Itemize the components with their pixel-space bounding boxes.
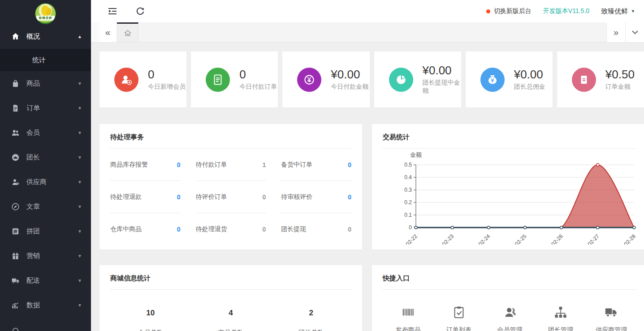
switch-new-admin-link[interactable]: 切换新版后台 bbox=[486, 7, 532, 15]
tab-options-icon[interactable] bbox=[625, 22, 644, 42]
leader-crown-icon bbox=[11, 153, 20, 162]
sidebar-item-marketing[interactable]: 营销 ▼ bbox=[0, 244, 91, 268]
svg-text:02-23: 02-23 bbox=[441, 233, 455, 245]
sidebar-item-label: 配送 bbox=[26, 276, 40, 285]
user-plus-icon bbox=[114, 68, 138, 92]
pending-value-link[interactable]: 0 bbox=[263, 193, 266, 201]
transactions-chart: 00.10.20.30.40.5金额02-2202-2302-2402-2502… bbox=[383, 150, 637, 245]
mall-stats: 10 会员总数 4 商品总数 2 团长总数 bbox=[110, 309, 351, 331]
caret-down-icon: ▼ bbox=[78, 106, 82, 111]
sidebar-item-label: 商品 bbox=[26, 79, 40, 88]
account-menu[interactable]: 致臻优鲜 ▼ bbox=[601, 7, 635, 16]
sidebar-item-data[interactable]: 数据 ▼ bbox=[0, 293, 91, 318]
panel-row-1: 待处理事务 商品库存报警0 待付款订单1 备货中订单0 待处理退款0 待评价订单… bbox=[99, 124, 644, 249]
stat-value: 0 bbox=[148, 68, 186, 81]
topbar: 切换新版后台 开发版本V11.5.0 致臻优鲜 ▼ bbox=[91, 0, 644, 22]
pending-item-preparing-orders: 备货中订单0 bbox=[281, 149, 351, 181]
caret-down-icon: ▼ bbox=[631, 9, 635, 13]
delivery-truck-icon bbox=[11, 276, 20, 285]
home-tab[interactable] bbox=[117, 22, 138, 42]
quick-entry-supplier-manage[interactable]: 供应商管理 bbox=[586, 305, 637, 331]
notice-dot-icon bbox=[486, 9, 490, 13]
collapse-sidebar-icon[interactable] bbox=[107, 6, 118, 16]
home-tab-icon bbox=[124, 29, 132, 37]
pending-value-link[interactable]: 0 bbox=[177, 161, 181, 168]
quick-entry-order-list[interactable]: 订单列表 bbox=[433, 305, 484, 331]
stat-card-new-members[interactable]: 0 今日新增会员 bbox=[99, 52, 186, 107]
pending-value-link[interactable]: 0 bbox=[263, 226, 266, 233]
stat-card-leader-commission[interactable]: ¥0.00 团长总佣金 bbox=[466, 52, 553, 107]
area-chart: 00.10.20.30.40.5金额02-2202-2302-2402-2502… bbox=[383, 150, 637, 245]
stat-label: 团长提现中金额 bbox=[423, 79, 461, 95]
sidebar-menu: 概况 ▲ 统计 商品 ▼ 订单 ▼ 会员 ▼ bbox=[0, 24, 91, 331]
switch-new-admin-label: 切换新版后台 bbox=[494, 7, 532, 15]
app-logo[interactable]: 致臻优鲜 bbox=[0, 0, 91, 24]
tabbar: « » bbox=[91, 22, 644, 43]
sidebar-item-orders[interactable]: 订单 ▼ bbox=[0, 96, 91, 120]
caret-down-icon: ▼ bbox=[78, 278, 82, 283]
stat-value: ¥0.00 bbox=[514, 68, 545, 81]
stat-card-paid-amount[interactable]: ¥0.00 今日付款金额 bbox=[282, 52, 369, 107]
svg-text:0.3: 0.3 bbox=[404, 187, 412, 193]
sidebar-item-leader[interactable]: 团长 ▼ bbox=[0, 145, 91, 170]
pending-value-link[interactable]: 0 bbox=[348, 161, 351, 168]
pending-item-audit-reviews: 待审核评价0 bbox=[281, 181, 351, 213]
pending-item-returns: 待处理退货0 bbox=[196, 213, 266, 245]
stat-label: 订单金额 bbox=[605, 83, 635, 91]
stat-card-paid-orders[interactable]: 0 今日付款订单 bbox=[191, 52, 278, 107]
yen-coin-icon bbox=[297, 68, 321, 92]
tabbar-spacer bbox=[138, 22, 606, 42]
pending-value-link[interactable]: 1 bbox=[263, 161, 266, 168]
pending-item-refunds: 待处理退款0 bbox=[110, 181, 181, 213]
pending-value-link[interactable]: 0 bbox=[348, 226, 351, 233]
divider bbox=[110, 289, 351, 290]
mall-stats-panel: 商城信息统计 10 会员总数 4 商品总数 2 团长总数 bbox=[99, 265, 362, 331]
panel-title: 待处理事务 bbox=[110, 133, 351, 142]
members-icon bbox=[11, 129, 20, 137]
quick-entry-leader-manage[interactable]: 团长管理 bbox=[535, 305, 586, 331]
stat-card-leader-withdrawing[interactable]: ¥0.00 团长提现中金额 bbox=[374, 52, 461, 107]
stat-label: 今日新增会员 bbox=[148, 83, 186, 91]
version-link[interactable]: 开发版本V11.5.0 bbox=[543, 7, 589, 15]
svg-text:0.1: 0.1 bbox=[404, 212, 412, 218]
pending-value-link[interactable]: 0 bbox=[177, 193, 181, 201]
stat-value: ¥0.00 bbox=[423, 64, 461, 77]
dashboard-content: 0 今日新增会员 0 今日付款订单 bbox=[91, 43, 644, 331]
money-bag-icon bbox=[480, 68, 505, 92]
quick-entry-panel: 快捷入口 发布商品 订单列表 会员管理 bbox=[372, 265, 644, 331]
marketing-gift-icon bbox=[11, 252, 20, 260]
panel-title: 商城信息统计 bbox=[110, 274, 351, 283]
sidebar-item-supplier[interactable]: 供应商 ▼ bbox=[0, 170, 91, 194]
sidebar-item-delivery[interactable]: 配送 ▼ bbox=[0, 268, 91, 293]
sidebar-item-overview[interactable]: 概况 ▲ bbox=[0, 24, 91, 49]
sidebar-item-members[interactable]: 会员 ▼ bbox=[0, 120, 91, 145]
sidebar-item-label: 数据 bbox=[26, 301, 40, 310]
sidebar-item-label: 会员 bbox=[26, 129, 40, 137]
sidebar-item-label: 拼团 bbox=[26, 227, 40, 236]
quick-entry-publish-goods[interactable]: 发布商品 bbox=[383, 305, 433, 331]
pending-item-unpaid-orders: 待付款订单1 bbox=[196, 149, 266, 181]
sidebar-item-statistics[interactable]: 统计 bbox=[0, 49, 91, 71]
sidebar-item-label: 团长 bbox=[26, 153, 40, 162]
sidebar-item-label: 订单 bbox=[26, 104, 40, 112]
sidebar-item-partial[interactable] bbox=[0, 318, 91, 331]
stat-card-order-amount[interactable]: ¥0.50 订单金额 bbox=[557, 52, 644, 107]
sidebar-item-groupbuy[interactable]: 拼 拼团 ▼ bbox=[0, 219, 91, 244]
document-lines-icon bbox=[206, 68, 230, 92]
stat-label: 团长总佣金 bbox=[514, 83, 545, 91]
caret-down-icon: ▼ bbox=[78, 81, 82, 86]
divider bbox=[383, 148, 637, 149]
groupbuy-icon: 拼 bbox=[11, 227, 20, 236]
quick-entry-member-manage[interactable]: 会员管理 bbox=[484, 305, 535, 331]
svg-text:0.2: 0.2 bbox=[404, 199, 412, 206]
expand-tabs-right-icon[interactable]: » bbox=[606, 22, 625, 42]
collapse-tabs-left-icon[interactable]: « bbox=[99, 22, 117, 42]
pending-value-link[interactable]: 0 bbox=[348, 193, 351, 201]
pending-value-link[interactable]: 0 bbox=[177, 226, 181, 233]
pending-item-leader-withdraw: 团长提现0 bbox=[281, 213, 351, 245]
quick-entry-grid: 发布商品 订单列表 会员管理 团长管理 bbox=[383, 305, 637, 331]
sidebar-item-goods[interactable]: 商品 ▼ bbox=[0, 71, 91, 96]
refresh-icon[interactable] bbox=[135, 6, 146, 16]
stat-value: ¥0.50 bbox=[605, 68, 635, 81]
sidebar-item-articles[interactable]: 文章 ▼ bbox=[0, 194, 91, 219]
